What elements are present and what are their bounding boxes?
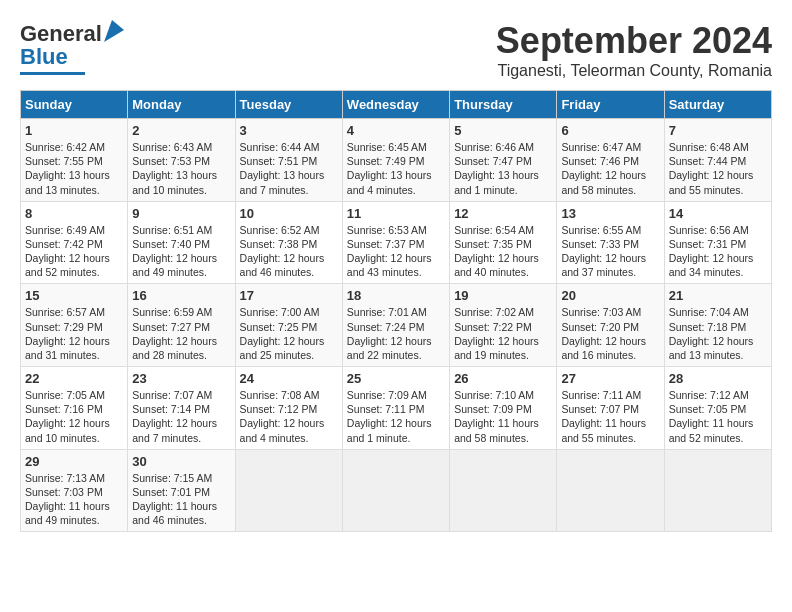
day-number: 24 xyxy=(240,371,338,386)
day-info: Sunrise: 6:57 AM Sunset: 7:29 PM Dayligh… xyxy=(25,305,123,362)
col-monday: Monday xyxy=(128,91,235,119)
col-thursday: Thursday xyxy=(450,91,557,119)
calendar-week-3: 15Sunrise: 6:57 AM Sunset: 7:29 PM Dayli… xyxy=(21,284,772,367)
calendar-cell: 24Sunrise: 7:08 AM Sunset: 7:12 PM Dayli… xyxy=(235,367,342,450)
header-row: Sunday Monday Tuesday Wednesday Thursday… xyxy=(21,91,772,119)
col-saturday: Saturday xyxy=(664,91,771,119)
day-number: 15 xyxy=(25,288,123,303)
calendar-cell: 15Sunrise: 6:57 AM Sunset: 7:29 PM Dayli… xyxy=(21,284,128,367)
day-info: Sunrise: 6:55 AM Sunset: 7:33 PM Dayligh… xyxy=(561,223,659,280)
day-info: Sunrise: 6:46 AM Sunset: 7:47 PM Dayligh… xyxy=(454,140,552,197)
calendar-cell: 26Sunrise: 7:10 AM Sunset: 7:09 PM Dayli… xyxy=(450,367,557,450)
calendar-cell: 11Sunrise: 6:53 AM Sunset: 7:37 PM Dayli… xyxy=(342,201,449,284)
day-info: Sunrise: 7:07 AM Sunset: 7:14 PM Dayligh… xyxy=(132,388,230,445)
calendar-cell xyxy=(450,449,557,532)
calendar-cell: 28Sunrise: 7:12 AM Sunset: 7:05 PM Dayli… xyxy=(664,367,771,450)
calendar-cell: 4Sunrise: 6:45 AM Sunset: 7:49 PM Daylig… xyxy=(342,119,449,202)
calendar-cell: 13Sunrise: 6:55 AM Sunset: 7:33 PM Dayli… xyxy=(557,201,664,284)
day-info: Sunrise: 7:09 AM Sunset: 7:11 PM Dayligh… xyxy=(347,388,445,445)
day-info: Sunrise: 7:04 AM Sunset: 7:18 PM Dayligh… xyxy=(669,305,767,362)
day-number: 13 xyxy=(561,206,659,221)
day-number: 10 xyxy=(240,206,338,221)
day-number: 9 xyxy=(132,206,230,221)
day-number: 4 xyxy=(347,123,445,138)
day-number: 1 xyxy=(25,123,123,138)
logo-blue: Blue xyxy=(20,44,68,69)
day-info: Sunrise: 6:43 AM Sunset: 7:53 PM Dayligh… xyxy=(132,140,230,197)
day-number: 14 xyxy=(669,206,767,221)
day-info: Sunrise: 6:59 AM Sunset: 7:27 PM Dayligh… xyxy=(132,305,230,362)
calendar-cell: 1Sunrise: 6:42 AM Sunset: 7:55 PM Daylig… xyxy=(21,119,128,202)
day-number: 26 xyxy=(454,371,552,386)
day-info: Sunrise: 6:48 AM Sunset: 7:44 PM Dayligh… xyxy=(669,140,767,197)
calendar-cell: 23Sunrise: 7:07 AM Sunset: 7:14 PM Dayli… xyxy=(128,367,235,450)
calendar-week-5: 29Sunrise: 7:13 AM Sunset: 7:03 PM Dayli… xyxy=(21,449,772,532)
day-number: 12 xyxy=(454,206,552,221)
day-number: 8 xyxy=(25,206,123,221)
calendar-cell: 8Sunrise: 6:49 AM Sunset: 7:42 PM Daylig… xyxy=(21,201,128,284)
col-friday: Friday xyxy=(557,91,664,119)
calendar-table: Sunday Monday Tuesday Wednesday Thursday… xyxy=(20,90,772,532)
calendar-cell: 22Sunrise: 7:05 AM Sunset: 7:16 PM Dayli… xyxy=(21,367,128,450)
logo: General Blue xyxy=(20,20,124,75)
calendar-cell: 20Sunrise: 7:03 AM Sunset: 7:20 PM Dayli… xyxy=(557,284,664,367)
day-info: Sunrise: 6:44 AM Sunset: 7:51 PM Dayligh… xyxy=(240,140,338,197)
day-number: 29 xyxy=(25,454,123,469)
day-number: 22 xyxy=(25,371,123,386)
calendar-cell: 3Sunrise: 6:44 AM Sunset: 7:51 PM Daylig… xyxy=(235,119,342,202)
day-info: Sunrise: 6:51 AM Sunset: 7:40 PM Dayligh… xyxy=(132,223,230,280)
calendar-cell: 5Sunrise: 6:46 AM Sunset: 7:47 PM Daylig… xyxy=(450,119,557,202)
calendar-cell: 2Sunrise: 6:43 AM Sunset: 7:53 PM Daylig… xyxy=(128,119,235,202)
day-number: 5 xyxy=(454,123,552,138)
calendar-cell: 27Sunrise: 7:11 AM Sunset: 7:07 PM Dayli… xyxy=(557,367,664,450)
day-number: 27 xyxy=(561,371,659,386)
calendar-cell: 7Sunrise: 6:48 AM Sunset: 7:44 PM Daylig… xyxy=(664,119,771,202)
day-info: Sunrise: 7:05 AM Sunset: 7:16 PM Dayligh… xyxy=(25,388,123,445)
day-info: Sunrise: 7:15 AM Sunset: 7:01 PM Dayligh… xyxy=(132,471,230,528)
day-info: Sunrise: 7:01 AM Sunset: 7:24 PM Dayligh… xyxy=(347,305,445,362)
day-number: 2 xyxy=(132,123,230,138)
day-number: 25 xyxy=(347,371,445,386)
day-number: 21 xyxy=(669,288,767,303)
page-title: September 2024 xyxy=(496,20,772,62)
day-number: 11 xyxy=(347,206,445,221)
calendar-week-2: 8Sunrise: 6:49 AM Sunset: 7:42 PM Daylig… xyxy=(21,201,772,284)
day-info: Sunrise: 6:53 AM Sunset: 7:37 PM Dayligh… xyxy=(347,223,445,280)
calendar-cell: 29Sunrise: 7:13 AM Sunset: 7:03 PM Dayli… xyxy=(21,449,128,532)
day-number: 17 xyxy=(240,288,338,303)
calendar-cell xyxy=(235,449,342,532)
day-number: 18 xyxy=(347,288,445,303)
svg-marker-0 xyxy=(104,20,124,42)
day-info: Sunrise: 6:42 AM Sunset: 7:55 PM Dayligh… xyxy=(25,140,123,197)
col-tuesday: Tuesday xyxy=(235,91,342,119)
day-info: Sunrise: 6:45 AM Sunset: 7:49 PM Dayligh… xyxy=(347,140,445,197)
calendar-week-4: 22Sunrise: 7:05 AM Sunset: 7:16 PM Dayli… xyxy=(21,367,772,450)
calendar-cell: 30Sunrise: 7:15 AM Sunset: 7:01 PM Dayli… xyxy=(128,449,235,532)
day-number: 23 xyxy=(132,371,230,386)
day-number: 16 xyxy=(132,288,230,303)
calendar-cell: 9Sunrise: 6:51 AM Sunset: 7:40 PM Daylig… xyxy=(128,201,235,284)
day-info: Sunrise: 6:54 AM Sunset: 7:35 PM Dayligh… xyxy=(454,223,552,280)
logo-arrow-icon xyxy=(104,20,124,42)
day-number: 3 xyxy=(240,123,338,138)
calendar-cell: 6Sunrise: 6:47 AM Sunset: 7:46 PM Daylig… xyxy=(557,119,664,202)
calendar-cell: 10Sunrise: 6:52 AM Sunset: 7:38 PM Dayli… xyxy=(235,201,342,284)
calendar-cell: 12Sunrise: 6:54 AM Sunset: 7:35 PM Dayli… xyxy=(450,201,557,284)
day-info: Sunrise: 6:52 AM Sunset: 7:38 PM Dayligh… xyxy=(240,223,338,280)
day-number: 30 xyxy=(132,454,230,469)
day-number: 6 xyxy=(561,123,659,138)
day-number: 19 xyxy=(454,288,552,303)
day-info: Sunrise: 7:08 AM Sunset: 7:12 PM Dayligh… xyxy=(240,388,338,445)
title-area: September 2024 Tiganesti, Teleorman Coun… xyxy=(496,20,772,80)
calendar-cell: 25Sunrise: 7:09 AM Sunset: 7:11 PM Dayli… xyxy=(342,367,449,450)
page-header: General Blue September 2024 Tiganesti, T… xyxy=(20,20,772,80)
day-info: Sunrise: 6:47 AM Sunset: 7:46 PM Dayligh… xyxy=(561,140,659,197)
calendar-cell: 16Sunrise: 6:59 AM Sunset: 7:27 PM Dayli… xyxy=(128,284,235,367)
calendar-cell: 21Sunrise: 7:04 AM Sunset: 7:18 PM Dayli… xyxy=(664,284,771,367)
day-info: Sunrise: 7:00 AM Sunset: 7:25 PM Dayligh… xyxy=(240,305,338,362)
col-wednesday: Wednesday xyxy=(342,91,449,119)
col-sunday: Sunday xyxy=(21,91,128,119)
calendar-week-1: 1Sunrise: 6:42 AM Sunset: 7:55 PM Daylig… xyxy=(21,119,772,202)
day-info: Sunrise: 7:02 AM Sunset: 7:22 PM Dayligh… xyxy=(454,305,552,362)
day-number: 7 xyxy=(669,123,767,138)
